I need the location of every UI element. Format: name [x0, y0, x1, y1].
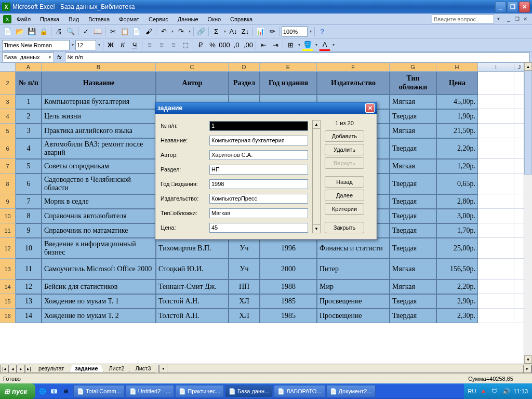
data-cell[interactable]: Твердая [390, 294, 436, 309]
menu-view[interactable]: Вид [64, 15, 83, 23]
field-input[interactable] [209, 136, 308, 145]
data-cell[interactable]: 1985 [260, 309, 317, 323]
data-cell[interactable]: 1 [16, 95, 42, 109]
column-header[interactable]: H [436, 63, 478, 71]
data-cell[interactable]: 45,00р. [436, 95, 478, 109]
select-all[interactable] [0, 63, 16, 71]
fontsize-combo[interactable] [75, 40, 96, 50]
row-header[interactable]: 5 [0, 124, 16, 138]
column-header[interactable]: D [229, 63, 260, 71]
data-cell[interactable]: Советы огородникам [42, 159, 156, 174]
data-cell[interactable]: Финансы и статисти [317, 238, 390, 259]
data-cell[interactable]: Введение в информационный бизнес [42, 238, 156, 259]
inc-decimal-icon[interactable]: ,0 [231, 39, 242, 51]
taskbar-task[interactable]: 📄ЛАБОРАТО... [274, 385, 325, 397]
data-cell[interactable]: 2,80р. [436, 194, 478, 209]
fill-drop[interactable]: ▾ [314, 43, 318, 47]
data-cell[interactable]: Самоучитель Microsoft Office 2000 [42, 259, 156, 280]
tab-prev-icon[interactable]: ◂ [8, 365, 17, 373]
data-cell[interactable]: Практика английского языка [42, 124, 156, 138]
data-cell[interactable]: Мягкая [390, 124, 436, 138]
drawing-icon[interactable]: ✏ [267, 26, 278, 37]
data-cell[interactable]: Тихомиртов В.П. [156, 238, 229, 259]
quicklaunch-icon[interactable]: 📧 [49, 385, 59, 397]
spell-icon[interactable]: ✓ [80, 26, 91, 37]
dialog-scrollbar[interactable]: ▲ ▼ [312, 120, 321, 233]
sum-drop[interactable]: ▾ [222, 29, 227, 34]
data-cell[interactable]: 1985 [260, 294, 317, 309]
data-cell[interactable]: Твердая [390, 223, 436, 238]
data-cell[interactable]: 21,50р. [436, 124, 478, 138]
scroll-down-icon[interactable]: ▼ [524, 355, 532, 364]
data-cell[interactable]: 13 [16, 294, 42, 309]
header-cell[interactable]: Автор [156, 72, 229, 95]
sheet-tab[interactable]: Лист3 [129, 365, 156, 373]
menu-file[interactable]: Файл [12, 15, 35, 23]
undo-icon[interactable]: ↶ [158, 26, 169, 37]
data-cell[interactable]: Твердая [390, 238, 436, 259]
help-dropdown-icon[interactable]: ▼ [496, 17, 501, 21]
row-header[interactable]: 7 [0, 159, 16, 174]
column-header[interactable]: E [260, 63, 317, 71]
data-cell[interactable]: Автомобили ВАЗ: ремонт после аварий [42, 138, 156, 159]
menu-help[interactable]: Справка [226, 15, 257, 23]
data-cell[interactable]: Цель жизни [42, 109, 156, 124]
menu-edit[interactable]: Правка [36, 15, 63, 23]
taskbar-task[interactable]: 📄Практичес... [175, 385, 224, 397]
scroll-down-icon[interactable]: ▼ [313, 224, 320, 233]
data-cell[interactable]: 8 [16, 209, 42, 223]
print-icon[interactable]: 🖨 [53, 26, 64, 37]
column-header[interactable]: F [317, 63, 390, 71]
data-cell[interactable]: Просвещение [317, 309, 390, 323]
row-header[interactable]: 10 [0, 209, 16, 223]
data-cell[interactable]: 2,90р. [436, 294, 478, 309]
minimize-button[interactable]: _ [495, 2, 506, 12]
font-combo[interactable] [2, 40, 70, 50]
fx-icon[interactable]: fx [57, 54, 62, 60]
data-cell[interactable]: Твердая [390, 174, 436, 194]
help-search-input[interactable] [432, 15, 494, 23]
taskbar-task[interactable]: 📄Документ2... [326, 385, 376, 397]
format-painter-icon[interactable]: 🖌 [143, 26, 154, 37]
sort-desc-icon[interactable]: Z↓ [240, 26, 251, 37]
data-cell[interactable]: Справочник автолюбителя [42, 209, 156, 223]
data-cell[interactable]: Мягкая [390, 259, 436, 280]
field-input[interactable] [209, 121, 308, 131]
undo-drop[interactable]: ▾ [170, 29, 175, 34]
zoom-combo[interactable] [282, 26, 308, 37]
menu-window[interactable]: Окно [204, 15, 225, 23]
lang-indicator[interactable]: RU [468, 388, 476, 394]
data-cell[interactable]: Твердая [390, 109, 436, 124]
header-cell[interactable]: № п/п [16, 72, 42, 95]
sheet-tab[interactable]: результат [33, 365, 70, 373]
copy-icon[interactable]: 📋 [119, 26, 130, 37]
tab-next-icon[interactable]: ▸ [17, 365, 25, 373]
data-cell[interactable]: Уч [229, 259, 260, 280]
comma-icon[interactable]: 000 [219, 39, 230, 51]
field-input[interactable] [209, 194, 308, 204]
zoom-drop[interactable]: ▾ [308, 29, 313, 34]
bold-icon[interactable]: Ж [105, 39, 116, 51]
column-header[interactable]: A [16, 63, 42, 71]
chart-icon[interactable]: 📊 [255, 26, 266, 37]
underline-icon[interactable]: Ч [129, 39, 140, 51]
tray-icon[interactable]: 🛡 [490, 387, 499, 395]
align-left-icon[interactable]: ≡ [144, 39, 155, 51]
data-cell[interactable]: 156,50р. [436, 259, 478, 280]
data-cell[interactable]: Моряк в седле [42, 194, 156, 209]
data-cell[interactable]: 1988 [260, 280, 317, 294]
data-cell[interactable]: Твердая [390, 209, 436, 223]
data-cell[interactable]: 3,00р. [436, 209, 478, 223]
header-cell[interactable]: Тип обложки [390, 72, 436, 95]
data-cell[interactable]: 5 [16, 159, 42, 174]
inc-indent-icon[interactable]: ⇥ [270, 39, 281, 51]
data-cell[interactable]: 4 [16, 138, 42, 159]
open-icon[interactable]: 📂 [14, 26, 25, 37]
font-drop[interactable]: ▾ [70, 43, 75, 47]
data-cell[interactable]: Твердая [390, 138, 436, 159]
row-header[interactable]: 15 [0, 294, 16, 309]
row-header[interactable]: 3 [0, 95, 16, 109]
data-cell[interactable]: 2 [16, 109, 42, 124]
header-cell[interactable]: Издательство [317, 72, 390, 95]
mdi-minimize[interactable]: _ [505, 16, 512, 23]
